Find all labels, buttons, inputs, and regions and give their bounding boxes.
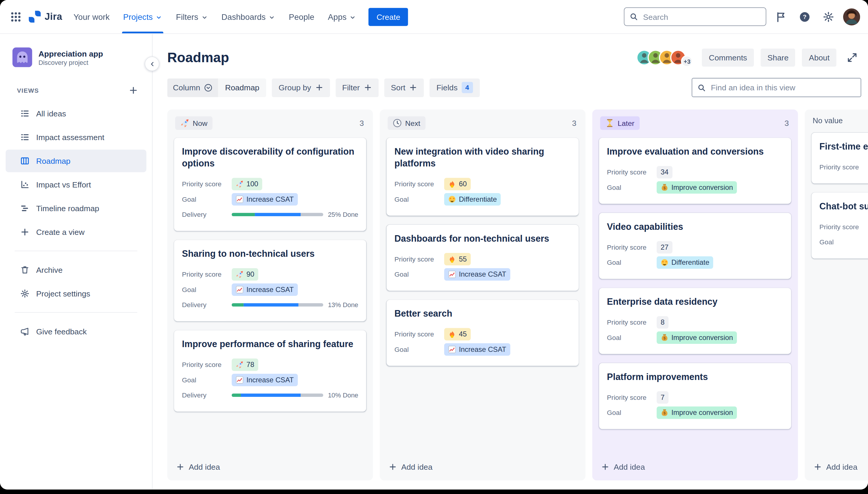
idea-card[interactable]: Sharing to non-technical usersPriority s… — [174, 240, 366, 322]
field-label: Goal — [607, 259, 653, 267]
idea-card[interactable]: Video capabilitiesPriority score27GoalDi… — [599, 213, 791, 279]
global-search-input[interactable] — [624, 7, 766, 26]
sort-chip[interactable]: Sort — [384, 78, 424, 97]
nav-item-dashboards[interactable]: Dashboards — [215, 0, 282, 33]
chevron-left-icon — [148, 60, 156, 68]
field-value-chip: Increase CSAT — [444, 268, 510, 281]
add-view-button[interactable] — [126, 83, 141, 98]
megaphone-icon — [20, 327, 30, 336]
flag-icon — [775, 11, 786, 22]
notifications-button[interactable] — [772, 8, 790, 26]
field-label: Goal — [182, 195, 228, 203]
column-cards: First-time exPriority score6Chat-bot suP… — [805, 130, 868, 259]
nav-item-your-work[interactable]: Your work — [67, 0, 116, 33]
card-field-row: GoalIncrease CSAT — [182, 282, 358, 297]
field-label: Goal — [607, 183, 653, 191]
group-by-chip[interactable]: Group by — [272, 78, 330, 97]
sidebar-item-timeline-roadmap[interactable]: Timeline roadmap — [6, 197, 146, 220]
views-heading: VIEWS — [17, 87, 39, 94]
idea-card[interactable]: Chat-bot suPriority score6Goal — [811, 192, 868, 259]
about-button[interactable]: About — [802, 49, 836, 66]
page-title: Roadmap — [167, 50, 229, 65]
add-idea-button[interactable]: Add idea — [805, 455, 868, 481]
sidebar-item-create-a-view[interactable]: Create a view — [6, 221, 146, 243]
nav-item-apps[interactable]: Apps — [321, 0, 363, 33]
card-field-row: Priority score8 — [607, 315, 783, 330]
column-next: Next3New integration with video sharing … — [380, 110, 585, 480]
give-feedback-button[interactable]: Give feedback — [6, 320, 146, 343]
add-idea-button[interactable]: Add idea — [167, 455, 373, 481]
avatar-overflow-badge[interactable]: +3 — [681, 55, 693, 67]
sidebar-item-project-settings[interactable]: Project settings — [6, 282, 146, 305]
card-field-row: Priority score6 — [819, 159, 868, 174]
list-icon — [20, 109, 30, 118]
share-button[interactable]: Share — [761, 49, 795, 66]
idea-card[interactable]: New integration with video sharing platf… — [386, 138, 579, 215]
expand-button[interactable] — [843, 49, 861, 66]
column-title: No value — [813, 116, 843, 125]
idea-card[interactable]: Dashboards for non-technical usersPriori… — [386, 225, 579, 291]
plus-icon — [20, 227, 30, 236]
idea-card[interactable]: Platform improvementsPriority score7Goal… — [599, 363, 791, 429]
sidebar-collapse-button[interactable] — [145, 57, 160, 71]
idea-title: First-time ex — [819, 141, 868, 153]
fields-chip[interactable]: Fields 4 — [430, 78, 480, 97]
sidebar-item-archive[interactable]: Archive — [6, 259, 146, 281]
profile-avatar[interactable] — [843, 8, 860, 25]
sidebar-item-roadmap[interactable]: Roadmap — [6, 150, 146, 172]
sidebar-item-label: Create a view — [36, 227, 85, 236]
sidebar-item-all-ideas[interactable]: All ideas — [6, 102, 146, 125]
idea-card[interactable]: Improve discoverability of configuration… — [174, 138, 366, 231]
view-search — [692, 78, 861, 97]
idea-card[interactable]: Improve performance of sharing featurePr… — [174, 330, 366, 412]
project-header[interactable]: Appreciation app Discovery project — [0, 44, 152, 67]
idea-card[interactable]: Better searchPriority score45GoalIncreas… — [386, 300, 579, 366]
card-field-row: GoalImprove conversion — [607, 330, 783, 345]
divider — [15, 250, 138, 251]
help-button[interactable] — [796, 8, 814, 26]
jira-logo[interactable]: Jira — [25, 10, 67, 23]
settings-button[interactable] — [819, 8, 837, 26]
nav-item-people[interactable]: People — [282, 0, 321, 33]
create-button[interactable]: Create — [368, 8, 408, 26]
card-field-row: Priority score6 — [819, 219, 868, 234]
field-value-chip: 8 — [657, 316, 669, 328]
give-feedback-label: Give feedback — [36, 327, 87, 336]
card-field-row: GoalIncrease CSAT — [395, 267, 571, 282]
card-field-row: Priority score7 — [607, 390, 783, 405]
add-idea-button[interactable]: Add idea — [380, 455, 585, 481]
nav-item-projects[interactable]: Projects — [116, 0, 169, 33]
field-label: Priority score — [819, 163, 866, 171]
idea-card[interactable]: Enterprise data residencyPriority score8… — [599, 288, 791, 354]
plus-icon — [410, 83, 417, 92]
field-label: Goal — [607, 334, 653, 341]
column-title-chip: Next — [388, 116, 426, 130]
column-cards: Improve discoverability of configuration… — [167, 136, 373, 412]
card-field-row: GoalDifferentiate — [607, 255, 783, 270]
add-idea-button[interactable]: Add idea — [592, 455, 798, 481]
idea-card[interactable]: Improve evaluation and conversionsPriori… — [599, 138, 791, 204]
sidebar-item-impact-assessment[interactable]: Impact assessment — [6, 126, 146, 148]
column-control[interactable]: Column Roadmap — [167, 78, 266, 97]
app-switcher-button[interactable] — [7, 8, 25, 26]
idea-title: Sharing to non-technical users — [182, 248, 358, 260]
field-label: Goal — [819, 238, 866, 246]
plus-icon — [315, 83, 323, 92]
idea-card[interactable]: First-time exPriority score6 — [811, 133, 868, 184]
list-icon — [20, 133, 30, 142]
scatter-chart-icon — [20, 180, 30, 189]
delivery-progress-bar — [232, 213, 323, 216]
card-field-row: GoalDifferentiate — [395, 192, 571, 207]
plus-icon — [176, 463, 184, 471]
card-field-row: Priority score34 — [607, 164, 783, 179]
view-search-input[interactable] — [692, 78, 861, 97]
comments-button[interactable]: Comments — [702, 49, 754, 66]
sidebar-views-list: All ideasImpact assessmentRoadmapImpact … — [0, 102, 152, 244]
column-cards: Improve evaluation and conversionsPriori… — [592, 136, 798, 430]
filter-chip[interactable]: Filter — [335, 78, 378, 97]
sidebar: Appreciation app Discovery project VIEWS… — [0, 34, 153, 489]
idea-title: Improve performance of sharing feature — [182, 338, 358, 350]
project-type: Discovery project — [38, 59, 103, 66]
nav-item-filters[interactable]: Filters — [169, 0, 215, 33]
sidebar-item-impact-vs-effort[interactable]: Impact vs Effort — [6, 173, 146, 196]
